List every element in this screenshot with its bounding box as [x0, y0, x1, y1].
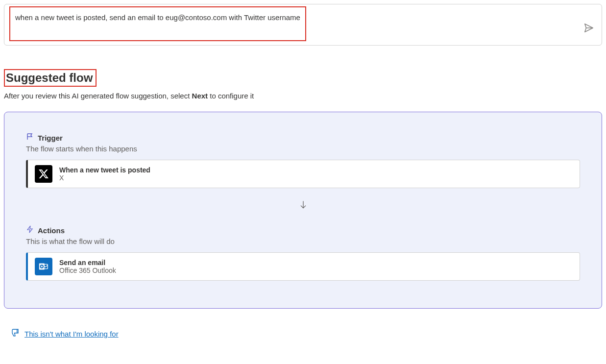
feedback-row: This isn't what I'm looking for	[4, 328, 602, 339]
trigger-label: Trigger	[38, 134, 63, 142]
actions-header: Actions	[26, 225, 580, 235]
action-step-text: Send an email Office 365 Outlook	[59, 259, 116, 274]
actions-desc: This is what the flow will do	[26, 237, 580, 245]
trigger-step-card[interactable]: When a new tweet is posted X	[26, 160, 580, 188]
flag-icon	[26, 133, 34, 143]
trigger-section: Trigger The flow starts when this happen…	[26, 133, 580, 188]
suggested-flow-card: Trigger The flow starts when this happen…	[4, 112, 602, 309]
prompt-text[interactable]: when a new tweet is posted, send an emai…	[9, 6, 306, 41]
heading-highlight: Suggested flow	[4, 69, 97, 87]
action-step-title: Send an email	[59, 259, 116, 267]
trigger-step-sub: X	[59, 174, 150, 182]
send-icon	[583, 23, 594, 35]
page-heading: Suggested flow	[6, 71, 93, 85]
feedback-link[interactable]: This isn't what I'm looking for	[24, 330, 119, 338]
lightning-icon	[26, 225, 34, 235]
actions-section: Actions This is what the flow will do Se…	[26, 225, 580, 281]
page-subheading: After you review this AI generated flow …	[4, 92, 602, 100]
action-step-card[interactable]: Send an email Office 365 Outlook	[26, 252, 580, 281]
actions-label: Actions	[38, 226, 65, 235]
x-icon	[35, 165, 52, 183]
trigger-step-text: When a new tweet is posted X	[59, 166, 150, 182]
thumbs-down-icon[interactable]	[11, 328, 20, 339]
action-step-sub: Office 365 Outlook	[59, 267, 116, 274]
send-button[interactable]	[583, 23, 595, 34]
arrow-down-icon	[26, 200, 580, 212]
trigger-step-title: When a new tweet is posted	[59, 166, 150, 174]
prompt-input-container[interactable]: when a new tweet is posted, send an emai…	[4, 4, 602, 46]
trigger-header: Trigger	[26, 133, 580, 143]
trigger-desc: The flow starts when this happens	[26, 145, 580, 153]
outlook-icon	[35, 258, 52, 275]
